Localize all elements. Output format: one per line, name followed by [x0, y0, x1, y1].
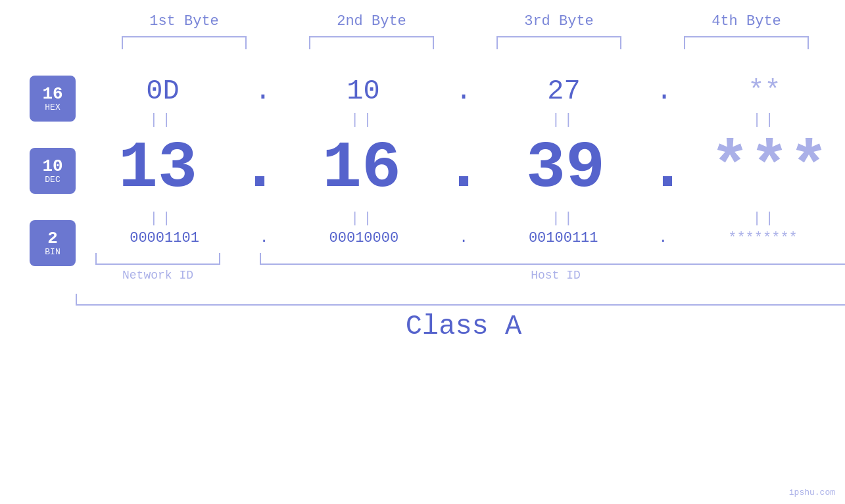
class-section: Class A [76, 294, 845, 342]
bin-row: 00001101 . 00010000 . 00100111 . *******… [76, 230, 845, 246]
base-labels: 16 HEX 10 DEC 2 BIN [0, 69, 76, 273]
sep-2-2: || [281, 210, 445, 227]
watermark: ipshu.com [789, 488, 835, 497]
bin-cell-3: 00100111 [481, 230, 646, 246]
host-bracket [260, 253, 845, 265]
content-area: 16 HEX 10 DEC 2 BIN 0D . 10 [0, 69, 845, 342]
bottom-brackets-section: Network ID Host ID [76, 253, 845, 282]
dec-cell-2: 16 [279, 136, 444, 202]
hex-cell-1: 0D [80, 76, 245, 107]
bracket-top-4 [684, 36, 809, 49]
host-id-label: Host ID [531, 269, 581, 282]
bracket-top-2 [309, 36, 434, 49]
hex-badge: 16 HEX [30, 76, 76, 122]
byte-label-1: 1st Byte [112, 13, 256, 30]
network-id-label: Network ID [122, 269, 193, 282]
dec-cell-3: 39 [483, 136, 648, 202]
dec-cell-1: 13 [76, 136, 240, 202]
sep-1-3: || [482, 112, 646, 128]
sep-1-2: || [281, 112, 445, 128]
dec-badge: 10 DEC [30, 148, 76, 194]
class-label: Class A [406, 311, 521, 342]
sep-row-2: || || || || [76, 207, 845, 230]
bracket-top-1 [122, 36, 247, 49]
sep-2-1: || [80, 210, 244, 227]
hex-cell-3: 27 [482, 76, 646, 107]
dec-cell-4: *** [687, 136, 845, 202]
bin-badge: 2 BIN [30, 220, 76, 266]
top-brackets [91, 36, 840, 49]
byte-label-4: 4th Byte [674, 13, 819, 30]
main-container: 1st Byte 2nd Byte 3rd Byte 4th Byte 16 H… [0, 0, 845, 504]
sep-row-1: || || || || [76, 108, 845, 131]
sep-2-3: || [482, 210, 646, 227]
bin-cell-2: 00010000 [281, 230, 446, 246]
byte-label-2: 2nd Byte [299, 13, 444, 30]
byte-labels-row: 1st Byte 2nd Byte 3rd Byte 4th Byte [91, 13, 840, 30]
sep-2-4: || [683, 210, 845, 227]
hex-cell-4: ** [683, 76, 845, 107]
sep-1-1: || [80, 112, 244, 128]
bin-cell-4: ******** [681, 230, 845, 246]
byte-label-3: 3rd Byte [487, 13, 631, 30]
hex-cell-2: 10 [281, 76, 445, 107]
network-id-section: Network ID [76, 253, 240, 282]
bin-cell-1: 00001101 [82, 230, 247, 246]
values-area: 0D . 10 . 27 . ** || || [76, 69, 845, 342]
network-bracket [95, 253, 220, 265]
class-bracket [76, 294, 845, 306]
hex-row: 0D . 10 . 27 . ** [76, 76, 845, 107]
dec-row: 13 . 16 . 39 . *** [76, 131, 845, 206]
bracket-top-3 [496, 36, 621, 49]
host-id-section: Host ID [260, 253, 845, 282]
sep-1-4: || [683, 112, 845, 128]
